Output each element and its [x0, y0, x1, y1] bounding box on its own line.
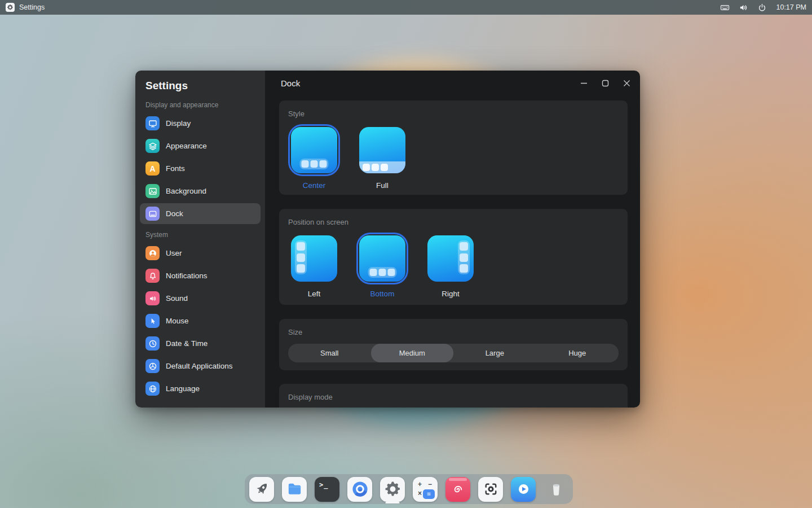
- topbar: Settings 10:17 PM: [0, 0, 812, 15]
- sidebar-item-label: Dock: [166, 209, 183, 218]
- dock-icon: [145, 207, 160, 221]
- position-card-label: Position on screen: [288, 218, 619, 226]
- selection-ring: [356, 233, 408, 284]
- maximize-button[interactable]: [598, 76, 612, 90]
- selection-ring: [356, 124, 408, 176]
- dock-item-browser[interactable]: [347, 474, 372, 504]
- section-header-system: System: [145, 231, 255, 239]
- dock-preview-bottom: [359, 235, 405, 282]
- user-icon: [145, 246, 160, 260]
- size-option-large[interactable]: Large: [453, 344, 536, 362]
- sidebar-item-dock[interactable]: Dock: [140, 203, 261, 224]
- position-card: Position on screen Left: [279, 209, 628, 305]
- browser-icon: [347, 477, 372, 502]
- sidebar-item-label: Default Applications: [166, 362, 233, 370]
- sidebar-item-label: Notifications: [166, 271, 208, 280]
- dock-preview-full: [359, 127, 405, 173]
- desktop-wallpaper: Settings 10:17 PM Settings Display and a…: [0, 0, 812, 508]
- dock-item-calculator[interactable]: + − × =: [413, 474, 438, 504]
- settings-app-icon: [6, 3, 15, 12]
- selection-ring: [288, 233, 340, 284]
- display-mode-card-label: Display mode: [288, 393, 619, 401]
- mouse-icon: [145, 314, 160, 328]
- dock: >_ + − × =: [245, 474, 573, 504]
- datetime-icon: [145, 336, 160, 351]
- defaultapps-icon: [145, 359, 160, 373]
- dock-item-file-manager[interactable]: [282, 474, 307, 504]
- sidebar-item-label: Language: [166, 384, 200, 393]
- sidebar-item-sound[interactable]: Sound: [140, 288, 261, 309]
- close-button[interactable]: [620, 76, 633, 90]
- volume-icon[interactable]: [739, 3, 748, 12]
- sidebar-item-fonts[interactable]: A Fonts: [140, 158, 261, 179]
- sidebar-item-label: Mouse: [166, 317, 189, 325]
- keyboard-icon[interactable]: [720, 3, 730, 12]
- dock-preview-right: [427, 235, 474, 282]
- sound-icon: [145, 291, 160, 305]
- sidebar-item-default-applications[interactable]: Default Applications: [140, 356, 261, 376]
- selection-ring: [425, 233, 476, 284]
- dock-item-screenshot[interactable]: [478, 474, 503, 504]
- fonts-icon: A: [145, 161, 160, 176]
- calculator-icon: + − × =: [413, 477, 438, 502]
- dock-item-video-player[interactable]: [511, 474, 536, 504]
- background-icon: [145, 184, 160, 198]
- dock-item-music[interactable]: [445, 474, 470, 504]
- terminal-icon: >_: [315, 477, 339, 502]
- size-segmented-control: Small Medium Large Huge: [288, 344, 619, 362]
- window-titlebar: Dock: [265, 71, 640, 95]
- sidebar-item-label: Date & Time: [166, 339, 208, 348]
- settings-main-pane: Dock Style: [265, 71, 640, 408]
- dock-item-settings[interactable]: [380, 474, 405, 504]
- launcher-icon: [249, 477, 274, 502]
- size-option-huge[interactable]: Huge: [536, 344, 619, 362]
- minimize-button[interactable]: [577, 76, 590, 90]
- position-option-bottom[interactable]: Bottom: [356, 233, 408, 298]
- style-option-center[interactable]: Center: [288, 124, 340, 190]
- clock[interactable]: 10:17 PM: [776, 3, 806, 11]
- sidebar-item-label: Sound: [166, 294, 188, 303]
- dock-item-terminal[interactable]: >_: [315, 474, 339, 504]
- page-title: Dock: [281, 78, 300, 88]
- sidebar-item-label: Fonts: [166, 164, 185, 173]
- running-indicator: [386, 502, 400, 503]
- settings-sidebar: Settings Display and appearance Display …: [135, 71, 265, 408]
- music-icon: [445, 477, 470, 502]
- size-option-medium[interactable]: Medium: [371, 344, 454, 362]
- screenshot-icon: [478, 477, 503, 502]
- sidebar-item-appearance[interactable]: Appearance: [140, 135, 261, 156]
- sidebar-item-label: Display: [166, 119, 191, 128]
- language-icon: [145, 382, 160, 396]
- dock-preview-left: [291, 235, 337, 282]
- section-header-display-appearance: Display and appearance: [145, 101, 255, 109]
- dock-item-trash[interactable]: [544, 474, 568, 504]
- dock-item-launcher[interactable]: [249, 474, 274, 504]
- sidebar-item-display[interactable]: Display: [140, 113, 261, 134]
- sidebar-item-date-time[interactable]: Date & Time: [140, 333, 261, 354]
- settings-icon: [380, 477, 405, 502]
- sidebar-item-user[interactable]: User: [140, 243, 261, 264]
- topbar-app-label: Settings: [19, 3, 45, 11]
- sidebar-item-background[interactable]: Background: [140, 181, 261, 202]
- position-option-left[interactable]: Left: [288, 233, 340, 298]
- display-mode-card: Display mode: [279, 384, 628, 408]
- sidebar-title: Settings: [145, 80, 255, 92]
- size-card-label: Size: [288, 328, 619, 336]
- sidebar-item-notifications[interactable]: Notifications: [140, 265, 261, 286]
- style-option-full[interactable]: Full: [356, 124, 408, 190]
- sidebar-item-label: Appearance: [166, 142, 207, 150]
- power-icon[interactable]: [757, 3, 767, 12]
- style-card-label: Style: [288, 110, 619, 118]
- sidebar-item-language[interactable]: Language: [140, 378, 261, 399]
- selection-ring: [288, 124, 340, 176]
- sidebar-item-label: Background: [166, 187, 206, 195]
- topbar-app-entry[interactable]: Settings: [6, 3, 45, 12]
- style-card: Style Center: [279, 100, 628, 195]
- position-option-right[interactable]: Right: [425, 233, 476, 298]
- video-player-icon: [511, 477, 536, 502]
- size-option-small[interactable]: Small: [288, 344, 371, 362]
- size-card: Size Small Medium Large Huge: [279, 319, 628, 370]
- file-manager-icon: [282, 477, 307, 502]
- sidebar-item-mouse[interactable]: Mouse: [140, 310, 261, 331]
- dock-preview-center: [291, 127, 337, 173]
